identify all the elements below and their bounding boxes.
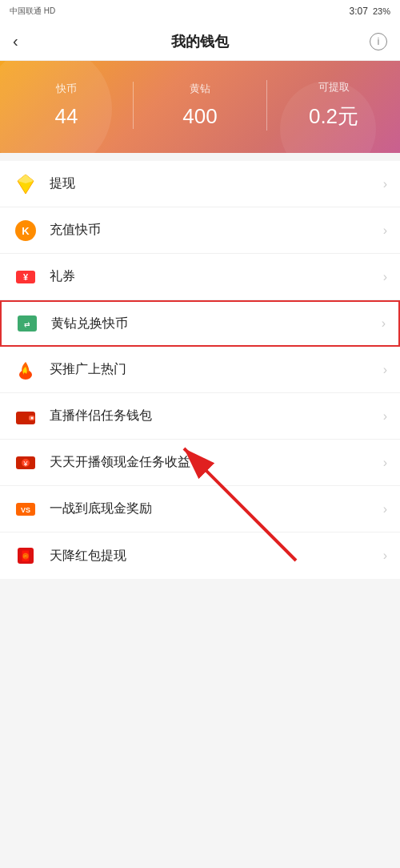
menu-label-yizhan: 一战到底现金奖励	[50, 500, 383, 517]
status-bar: 中国联通 HD 3:07 23%	[0, 0, 400, 22]
carrier-text: 中国联通 HD	[10, 6, 55, 17]
menu-arrow-liquan: ›	[383, 270, 387, 284]
info-button-container: i	[358, 33, 387, 50]
top-nav: ‹ 我的钱包 i	[0, 22, 400, 61]
menu-label-huangzuan: 黄钻兑换快币	[51, 315, 382, 332]
keti-value: 0.2元	[309, 102, 358, 131]
back-button[interactable]: ‹	[13, 32, 42, 50]
menu-icon-tianjian: 🧧	[13, 543, 38, 569]
menu-item-chongzhi[interactable]: K充值快币›	[0, 207, 400, 254]
menu-label-liquan: 礼券	[50, 268, 383, 285]
menu-item-tiantian[interactable]: ¥天天开播领现金任务收益›	[0, 440, 400, 486]
menu-arrow-chongzhi: ›	[383, 223, 387, 238]
kuaibi-label: 快币	[56, 82, 77, 96]
menu-section: 提现›K充值快币›¥礼券›⇄黄钻兑换快币›买推广上热门›直播伴侣任务钱包›¥天天…	[0, 161, 400, 579]
wallet-col-kuaibi: 快币 44	[0, 82, 133, 129]
kuaibi-value: 44	[55, 104, 78, 129]
menu-arrow-yizhan: ›	[383, 502, 387, 516]
wallet-col-huangzuan: 黄钻 400	[133, 82, 266, 129]
menu-arrow-zhibo: ›	[383, 409, 387, 424]
menu-arrow-tuiguang: ›	[383, 363, 387, 377]
menu-item-tuiguang[interactable]: 买推广上热门›	[0, 347, 400, 393]
huangzuan-label: 黄钻	[190, 82, 210, 96]
wallet-col-keti: 可提取 0.2元	[266, 80, 400, 131]
menu-item-yizhan[interactable]: VS一战到底现金奖励›	[0, 486, 400, 532]
menu-icon-tuiguang	[13, 357, 38, 383]
svg-point-11	[31, 416, 34, 419]
huangzuan-value: 400	[182, 104, 217, 129]
svg-text:🧧: 🧧	[19, 549, 33, 563]
battery-icon: 23%	[373, 6, 390, 16]
menu-arrow-tiantian: ›	[383, 456, 387, 470]
svg-text:¥: ¥	[23, 272, 29, 282]
menu-icon-chongzhi: K	[13, 218, 38, 243]
menu-item-liquan[interactable]: ¥礼券›	[0, 254, 400, 300]
svg-text:K: K	[22, 225, 30, 237]
menu-icon-tixian	[13, 171, 38, 197]
menu-label-tiantian: 天天开播领现金任务收益	[50, 454, 383, 471]
menu-item-tianjian[interactable]: 🧧天降红包提现›	[0, 532, 400, 579]
menu-icon-huangzuan: ⇄	[14, 311, 40, 336]
menu-item-tixian[interactable]: 提现›	[0, 161, 400, 207]
menu-label-tixian: 提现	[50, 175, 383, 192]
menu-arrow-tixian: ›	[383, 177, 387, 191]
menu-arrow-huangzuan: ›	[382, 316, 386, 331]
menu-icon-zhibo	[13, 404, 38, 429]
status-right: 3:07 23%	[350, 6, 390, 17]
time-text: 3:07	[350, 6, 368, 17]
menu-label-tianjian: 天降红包提现	[50, 548, 383, 565]
keti-label: 可提取	[318, 80, 350, 94]
svg-text:VS: VS	[21, 506, 30, 514]
menu-label-tuiguang: 买推广上热门	[50, 361, 383, 378]
page-title: 我的钱包	[171, 32, 229, 51]
menu-item-zhibo[interactable]: 直播伴侣任务钱包›	[0, 393, 400, 440]
menu-label-chongzhi: 充值快币	[50, 222, 383, 239]
svg-text:¥: ¥	[22, 460, 28, 468]
info-button[interactable]: i	[370, 33, 387, 50]
svg-text:⇄: ⇄	[24, 320, 30, 328]
menu-icon-tiantian: ¥	[13, 450, 38, 476]
wallet-banner: 快币 44 黄钻 400 可提取 0.2元	[0, 61, 400, 153]
menu-arrow-tianjian: ›	[383, 549, 387, 563]
menu-item-huangzuan[interactable]: ⇄黄钻兑换快币›	[0, 300, 400, 347]
menu-label-zhibo: 直播伴侣任务钱包	[50, 408, 383, 424]
menu-icon-yizhan: VS	[13, 496, 38, 522]
menu-icon-liquan: ¥	[13, 264, 38, 290]
